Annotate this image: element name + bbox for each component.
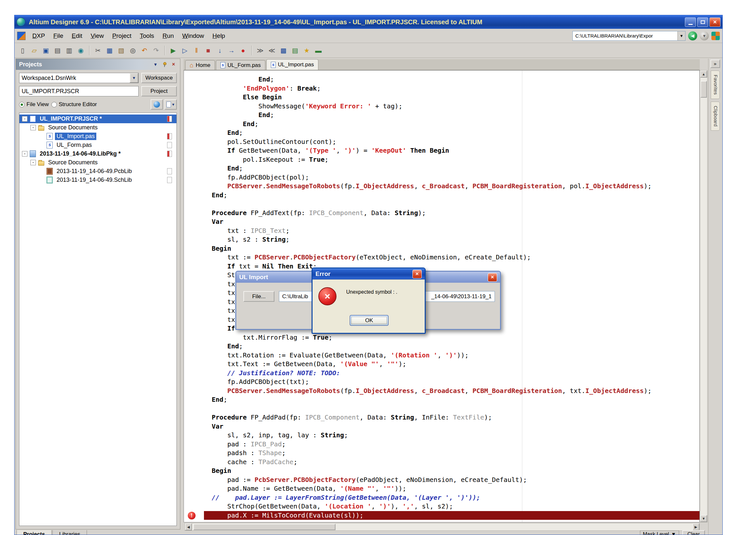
navigator-button[interactable] [150, 99, 163, 110]
run-to-cursor-button[interactable]: ▷ [179, 45, 190, 56]
code-line[interactable]: Var [184, 422, 699, 431]
project-button[interactable]: Project [141, 86, 177, 97]
undo-button[interactable]: ↶ [139, 45, 150, 56]
code-line[interactable]: End; [184, 120, 699, 129]
run-script-button[interactable]: ▶ [168, 45, 179, 56]
address-dropdown-icon[interactable]: ▼ [677, 31, 685, 41]
menu-file[interactable]: File [49, 31, 68, 41]
workspace-combo[interactable]: Workspace1.DsnWrk ▼ [19, 73, 139, 83]
file-button[interactable]: File... [243, 291, 274, 302]
mask-level-control[interactable]: Mask Level ▼ [640, 530, 679, 535]
code-line[interactable]: txt.Rotation := Evaluate(GetBetween(Data… [184, 351, 699, 360]
menu-run[interactable]: Run [158, 31, 178, 41]
code-line[interactable]: StrChop(GetBetween(Data, '(Location ', '… [184, 502, 699, 511]
code-line[interactable]: txt.Text := GetBetween(Data, '(Value "',… [184, 360, 699, 369]
favorites-button[interactable]: ★ [301, 45, 312, 56]
tree-row[interactable]: -Source Documents [19, 158, 176, 167]
code-line[interactable]: sl, s2, inp, tag, lay : String; [184, 431, 699, 440]
editor-vertical-scrollbar[interactable]: ▲ ▼ [700, 70, 708, 522]
menu-window[interactable]: Window [178, 31, 208, 41]
code-line[interactable]: // pad.Layer := LayerFromString(GetBetwe… [184, 493, 699, 502]
code-line[interactable]: Procedure FP_AddText(fp: IPCB_Component,… [184, 209, 699, 218]
tree-expander-icon[interactable]: - [30, 125, 36, 130]
code-line[interactable]: pad : IPCB_Pad; [184, 440, 699, 449]
tab-ul-form-pas[interactable]: UL_Form.pas [216, 60, 265, 70]
toggle-breakpoint-button[interactable]: ● [237, 45, 249, 56]
code-line[interactable]: pol.SetOutlineContour(cont); [184, 137, 699, 147]
ul-import-close-button[interactable]: × [488, 273, 497, 282]
paste-button[interactable]: ▧ [116, 45, 127, 56]
workspace-combo-arrow-icon[interactable]: ▼ [130, 73, 138, 83]
error-dialog-title-bar[interactable]: Error × [312, 268, 425, 279]
vertical-scroll-thumb[interactable] [700, 81, 707, 98]
home-page-icon[interactable] [712, 32, 720, 40]
scroll-left-icon[interactable]: ◀ [185, 523, 192, 530]
arrange-windows-button[interactable]: ▤ [290, 45, 301, 56]
tree-row[interactable]: -UL_IMPORT.PRJSCR * [19, 115, 176, 123]
panel-tab-libraries[interactable]: Libraries [52, 530, 87, 535]
browse-components-button[interactable]: ◉ [75, 45, 86, 56]
menu-help[interactable]: Help [208, 31, 229, 41]
panel-dropdown-icon[interactable]: ▼ [152, 62, 159, 67]
panel-overflow-button[interactable]: » [711, 60, 720, 68]
tree-row[interactable]: -Source Documents [19, 123, 176, 132]
code-line[interactable]: ShowMessage('Keyword Error: ' + tag); [184, 102, 699, 111]
notes-button[interactable]: ▬ [313, 45, 324, 56]
open-document-button[interactable]: ▱ [29, 45, 40, 56]
indent-button[interactable]: ≫ [255, 45, 266, 56]
code-line[interactable]: padsh : TShape; [184, 449, 699, 458]
tab-ul-import-pas[interactable]: UL_Import.pas [266, 59, 319, 70]
cut-button[interactable]: ✂ [93, 45, 103, 56]
pin-icon[interactable] [161, 62, 168, 67]
ok-button[interactable]: OK [350, 315, 389, 326]
code-line[interactable]: pol.IsKeepout := True; [184, 155, 699, 164]
code-line[interactable]: End; [184, 342, 699, 351]
menu-view[interactable]: View [86, 31, 108, 41]
code-line[interactable]: PCBServer.SendMessageToRobots(fp.I_Objec… [184, 386, 699, 396]
find-text-button[interactable]: ◎ [127, 45, 138, 56]
code-line[interactable]: sl, s2 : String; [184, 235, 699, 244]
code-line[interactable]: txt := PCBServer.PCBObjectFactory(eTextO… [184, 253, 699, 262]
code-line[interactable]: cache : TPadCache; [184, 458, 699, 467]
pause-script-button[interactable]: ‖ [191, 45, 202, 56]
code-line[interactable]: Begin [184, 244, 699, 253]
error-dialog-close-button[interactable]: × [413, 270, 422, 278]
code-line[interactable]: 'EndPolygon': Break; [184, 84, 699, 93]
tree-row[interactable]: 2013-11-19_14-06-49.SchLib [19, 176, 176, 184]
tab-home[interactable]: ⌂Home [185, 60, 215, 70]
step-into-button[interactable]: ↓ [214, 45, 225, 56]
forward-button[interactable]: ▾ [700, 31, 709, 41]
code-line[interactable]: End; [184, 164, 699, 173]
menu-edit[interactable]: Edit [68, 31, 87, 41]
scroll-down-icon[interactable]: ▼ [700, 515, 707, 522]
scroll-up-icon[interactable]: ▲ [700, 70, 707, 78]
panel-close-icon[interactable]: × [170, 62, 177, 67]
code-line[interactable]: If txt = Nil Then Exit; [184, 262, 699, 271]
menu-dxp[interactable]: DXP [28, 31, 49, 41]
tree-expander-icon[interactable]: - [30, 160, 36, 165]
clear-button[interactable]: Clear [682, 530, 705, 535]
side-tab-clipboard[interactable]: Clipboard [711, 101, 720, 131]
code-line[interactable]: Else Begin [184, 93, 699, 102]
side-tab-favorites[interactable]: Favorites [711, 70, 720, 99]
code-line[interactable]: fp.AddPCBObject(txt); [184, 378, 699, 386]
print-button[interactable]: ▤ [52, 45, 63, 56]
step-over-button[interactable]: → [226, 45, 237, 56]
close-button[interactable]: × [710, 17, 720, 27]
structure-editor-radio[interactable]: Structure Editor [51, 101, 97, 108]
redo-button[interactable]: ↷ [150, 45, 162, 56]
workspace-button[interactable]: Workspace [141, 73, 177, 83]
restore-button[interactable] [697, 17, 708, 27]
file-view-radio[interactable]: File View [19, 101, 49, 108]
code-line[interactable]: PCBServer.SendMessageToRobots(fp.I_Objec… [184, 182, 699, 191]
code-line[interactable]: End; [184, 395, 699, 404]
tree-expander-icon[interactable]: - [22, 116, 27, 122]
document-options-button[interactable]: ▼ [165, 99, 177, 110]
code-line[interactable]: End; [184, 111, 699, 120]
address-combo[interactable]: C:\ULTRALIBRARIAN\Library\Expor ▼ [572, 31, 686, 41]
code-line[interactable]: If GetBetween(Data, '(Type ', ')') = 'Ke… [184, 146, 699, 155]
code-line[interactable]: End; [184, 75, 699, 84]
code-line[interactable]: txt : IPCB_Text; [184, 226, 699, 236]
minimize-button[interactable] [685, 17, 696, 27]
horizontal-scroll-thumb[interactable] [193, 524, 336, 530]
